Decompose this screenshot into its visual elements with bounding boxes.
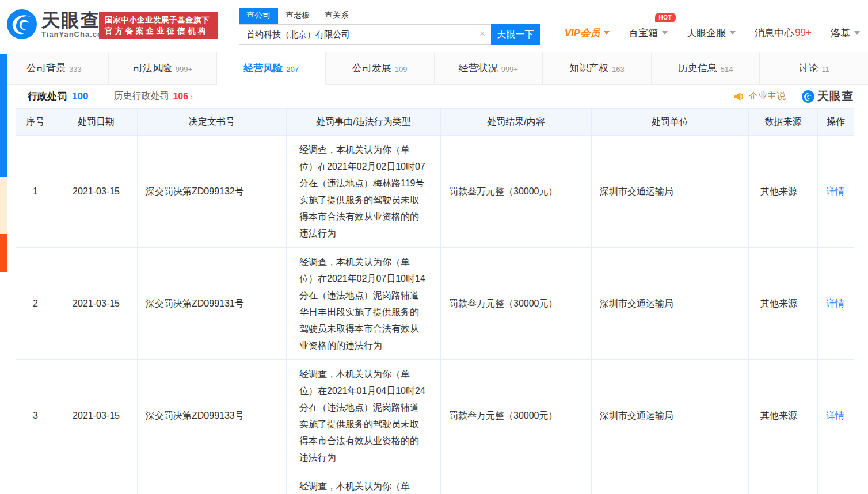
search-tab-relation[interactable]: 查关系 [317, 8, 356, 24]
cell-reason: 经调查，本机关认为你（单位）在2021年02月02日10时07分在（违法地点）梅… [287, 136, 441, 248]
page: 天眼查 TianYanCha.com 国家中小企业发展子基金旗下 官方备案企业征… [0, 0, 868, 494]
tianyancha-logo[interactable]: 天眼查 TianYanCha.com [7, 9, 110, 39]
badge-line2: 官方备案企业征信机构 [105, 25, 212, 36]
username: 洛基 [831, 26, 850, 40]
table-header-row: 序号 处罚日期 决定文书号 处罚事由/违法行为类型 处罚结果/内容 处罚单位 数… [16, 109, 854, 136]
cell-unit: 深圳市交通运输局 [592, 136, 749, 248]
chevron-down-icon [854, 31, 860, 35]
cell-source: 其他来源 [749, 360, 818, 472]
cell-result: 罚款叁万元整（30000元） [441, 248, 592, 360]
section-title: 行政处罚 [28, 90, 67, 103]
cell-source: 其他来源 [749, 136, 818, 248]
nav-enterprise-service[interactable]: 天眼企服 [687, 26, 736, 40]
certification-badge: 国家中小企业发展子基金旗下 官方备案企业征信机构 [99, 12, 218, 39]
col-header-unit: 处罚单位 [592, 109, 749, 136]
cell-reason: 经调查，本机关认为你（单位）在2021年02月07日10时14分在（违法地点）泥… [287, 248, 441, 360]
cell-source: 其他来源 [749, 248, 818, 360]
message-count-badge: 99+ [795, 27, 812, 39]
clear-search-icon[interactable]: × [479, 29, 485, 39]
col-header-result: 处罚结果/内容 [441, 109, 592, 136]
col-header-source: 数据来源 [749, 109, 818, 136]
cell-date: 2021-03-15 [55, 360, 138, 472]
table-row: 1 2021-03-15 深交罚决第ZD099132号 经调查，本机关认为你（单… [16, 136, 854, 248]
left-float-strip-beige [0, 177, 7, 234]
nav-user-menu[interactable]: 洛基 [831, 26, 860, 40]
cell-no: 3 [16, 360, 55, 472]
cell-doc-no: 深交罚决第ZD099134号 [138, 472, 287, 494]
cell-result: 罚款叁万元整（30000元） [441, 360, 592, 472]
table-row: 2 2021-03-15 深交罚决第ZD099131号 经调查，本机关认为你（单… [16, 248, 854, 360]
history-penalty-link[interactable]: 历史行政处罚 106 › [113, 90, 193, 102]
megaphone-icon [733, 91, 745, 102]
detail-link[interactable]: 详情 [826, 411, 844, 420]
search-tab-company[interactable]: 查公司 [239, 8, 278, 24]
section-count: 100 [72, 91, 88, 102]
tianyancha-eye-icon [7, 9, 37, 39]
cell-no: 1 [16, 136, 55, 248]
cell-doc-no: 深交罚决第ZD099131号 [138, 248, 287, 360]
search-button[interactable]: 天眼一下 [491, 24, 540, 45]
hot-badge: HOT [655, 13, 676, 22]
chevron-right-icon: › [190, 91, 193, 101]
tianyancha-eye-icon [802, 90, 814, 103]
nav-treasure-box[interactable]: HOT 百宝箱 [629, 26, 668, 40]
cell-date: 2021-03-15 [55, 472, 138, 494]
left-float-strip-orange [0, 234, 7, 272]
chevron-down-icon [604, 31, 610, 35]
search-tab-boss[interactable]: 查老板 [278, 8, 317, 24]
company-tabbar: 公司背景333 司法风险999+ 经营风险207 公司发展109 经营状况999… [0, 52, 868, 85]
top-nav: VIP会员 HOT 百宝箱 天眼企服 消息中心 99+ 洛基 [565, 25, 860, 41]
col-header-action: 操作 [818, 109, 854, 136]
cell-no: 2 [16, 248, 55, 360]
tab-discussion[interactable]: 讨论11 [760, 52, 868, 85]
nav-vip[interactable]: VIP会员 [565, 26, 610, 40]
cell-unit: 深圳市交通运输局 [592, 472, 749, 494]
section-header: 行政处罚 100 历史行政处罚 106 › 企业主说 天眼查 [0, 85, 868, 108]
col-header-date: 处罚日期 [55, 109, 138, 136]
watermark-logo: 天眼查 [802, 89, 854, 104]
col-header-doc: 决定文书号 [138, 109, 287, 136]
tab-history-info[interactable]: 历史信息514 [652, 52, 760, 85]
tab-judicial-risk[interactable]: 司法风险999+ [109, 52, 218, 85]
cell-date: 2021-03-15 [55, 248, 138, 360]
nav-divider [821, 29, 821, 37]
owner-say-link[interactable]: 企业主说 [733, 90, 786, 102]
table-row: 4 2021-03-15 深交罚决第ZD099134号 经调查，本机关认为你（单… [16, 472, 854, 494]
search-input[interactable] [239, 24, 491, 45]
cell-date: 2021-03-15 [55, 136, 138, 248]
left-float-strip-blue [0, 54, 7, 177]
cell-reason: 经调查，本机关认为你（单位）在2021年01月29日09时35分在（违法地点）高… [287, 472, 441, 494]
cell-result: 罚款叁万元整（30000元） [441, 136, 592, 248]
cell-source: 其他来源 [749, 472, 818, 494]
nav-divider [745, 29, 745, 37]
nav-divider [677, 29, 677, 37]
chevron-down-icon [662, 31, 668, 35]
search-tabs: 查公司 查老板 查关系 [239, 8, 540, 24]
cell-no: 4 [16, 472, 55, 494]
penalty-table: 序号 处罚日期 决定文书号 处罚事由/违法行为类型 处罚结果/内容 处罚单位 数… [16, 108, 854, 494]
top-header: 天眼查 TianYanCha.com 国家中小企业发展子基金旗下 官方备案企业征… [0, 0, 868, 52]
nav-message-center[interactable]: 消息中心 99+ [755, 26, 812, 40]
table-row: 3 2021-03-15 深交罚决第ZD099133号 经调查，本机关认为你（单… [16, 360, 854, 472]
tab-intellectual-property[interactable]: 知识产权163 [543, 52, 652, 85]
detail-link[interactable]: 详情 [826, 298, 844, 308]
cell-unit: 深圳市交通运输局 [592, 248, 749, 360]
detail-link[interactable]: 详情 [826, 186, 844, 196]
tab-operating-risk[interactable]: 经营风险207 [217, 52, 326, 85]
nav-divider [619, 29, 619, 37]
tab-operating-status[interactable]: 经营状况999+ [435, 52, 543, 85]
cell-doc-no: 深交罚决第ZD099132号 [138, 136, 287, 248]
cell-doc-no: 深交罚决第ZD099133号 [138, 360, 287, 472]
tab-company-development[interactable]: 公司发展109 [326, 52, 435, 85]
cell-unit: 深圳市交通运输局 [592, 360, 749, 472]
cell-reason: 经调查，本机关认为你（单位）在2021年01月04日10时24分在（违法地点）泥… [287, 360, 441, 472]
col-header-reason: 处罚事由/违法行为类型 [287, 109, 441, 136]
cell-result: 罚款叁万元整（30000元） [441, 472, 592, 494]
search-area: 查公司 查老板 查关系 × 天眼一下 [239, 8, 540, 45]
badge-line1: 国家中小企业发展子基金旗下 [105, 14, 212, 25]
chevron-down-icon [730, 31, 736, 35]
tab-company-background[interactable]: 公司背景333 [0, 52, 109, 85]
col-header-no: 序号 [16, 109, 55, 136]
